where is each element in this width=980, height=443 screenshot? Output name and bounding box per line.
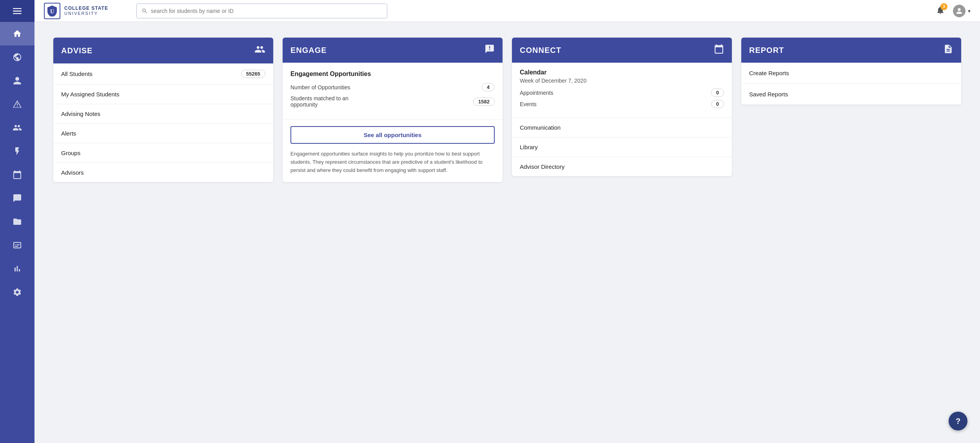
svg-rect-0	[13, 8, 22, 9]
hamburger-menu[interactable]	[0, 0, 34, 22]
calendar-icon[interactable]	[0, 163, 34, 186]
matched-label: Students matched to an opportunity	[290, 95, 369, 108]
see-all-opportunities-button[interactable]: See all opportunities	[290, 126, 495, 144]
id-card-icon[interactable]	[0, 233, 34, 257]
chart-icon[interactable]	[0, 257, 34, 280]
notification-button[interactable]: 3	[936, 5, 945, 16]
appointments-value: 0	[711, 89, 724, 97]
svg-text:U: U	[50, 9, 54, 14]
connect-title: CONNECT	[520, 46, 561, 55]
advisors-item[interactable]: Advisors	[53, 163, 273, 182]
library-item[interactable]: Library	[512, 137, 732, 157]
matched-row: Students matched to an opportunity 1582	[290, 95, 495, 108]
engage-opportunities-section: Engagement Opportunities Number of Oppor…	[283, 63, 503, 120]
svg-rect-1	[13, 11, 22, 11]
search-icon	[142, 8, 148, 14]
all-students-item[interactable]: All Students 55265	[53, 63, 273, 85]
engage-title: ENGAGE	[290, 46, 327, 55]
report-card-body: Create Reports Saved Reports	[741, 63, 961, 105]
opportunities-row: Number of Opportunities 4	[290, 83, 495, 91]
logo-shield: U	[44, 3, 60, 19]
appointments-row: Appointments 0	[520, 89, 724, 97]
events-value: 0	[711, 100, 724, 108]
advise-icon	[254, 44, 265, 57]
svg-rect-2	[13, 13, 22, 14]
connect-icon	[714, 44, 724, 56]
groups-item[interactable]: Groups	[53, 143, 273, 163]
report-card-header: REPORT	[741, 38, 961, 63]
my-assigned-students-label: My Assigned Students	[61, 91, 119, 98]
search-input[interactable]	[151, 8, 382, 14]
logo-area: U COLLEGE STATE UNIVERSITY	[44, 3, 130, 19]
advising-notes-label: Advising Notes	[61, 110, 100, 117]
search-bar[interactable]	[136, 4, 387, 18]
user-chevron: ▾	[968, 8, 971, 14]
engage-section-title: Engagement Opportunities	[290, 71, 495, 78]
alerts-label: Alerts	[61, 130, 76, 137]
advise-card-body: All Students 55265 My Assigned Students …	[53, 63, 273, 182]
sidebar	[0, 0, 34, 443]
engage-card-body: Engagement Opportunities Number of Oppor…	[283, 63, 503, 182]
my-assigned-students-item[interactable]: My Assigned Students	[53, 85, 273, 104]
report-card: REPORT Create Reports Saved Reports	[741, 38, 961, 105]
engage-card: ENGAGE Engagement Opportunities Number o…	[283, 38, 503, 182]
alert-icon[interactable]	[0, 92, 34, 116]
saved-reports-item[interactable]: Saved Reports	[741, 84, 961, 105]
advise-title: ADVISE	[61, 46, 93, 55]
opportunities-value: 4	[482, 83, 495, 91]
connect-card: CONNECT Calendar Week of December 7, 202…	[512, 38, 732, 176]
create-reports-item[interactable]: Create Reports	[741, 63, 961, 84]
notification-badge: 3	[940, 3, 947, 10]
user-check-icon[interactable]	[0, 116, 34, 139]
opportunities-label: Number of Opportunities	[290, 84, 350, 90]
college-name: COLLEGE STATE	[64, 5, 108, 11]
content-area: ADVISE All Students 55265 My Assigned St…	[34, 22, 980, 443]
communication-item[interactable]: Communication	[512, 118, 732, 137]
calendar-section: Calendar Week of December 7, 2020 Appoin…	[512, 63, 732, 118]
topbar-right: 3 ▾	[936, 5, 971, 17]
events-row: Events 0	[520, 100, 724, 108]
advisors-label: Advisors	[61, 169, 84, 176]
all-students-label: All Students	[61, 71, 93, 77]
all-students-badge: 55265	[241, 70, 265, 78]
user-avatar	[953, 5, 965, 17]
user-menu-button[interactable]: ▾	[953, 5, 971, 17]
topbar: U COLLEGE STATE UNIVERSITY 3 ▾	[34, 0, 980, 22]
engage-description: Engagement opportunities surface insight…	[283, 150, 503, 182]
report-icon	[943, 44, 953, 56]
lightning-icon[interactable]	[0, 139, 34, 163]
calendar-subtitle: Week of December 7, 2020	[520, 78, 724, 84]
engage-icon	[485, 44, 495, 56]
calendar-title: Calendar	[520, 69, 724, 76]
connect-card-body: Calendar Week of December 7, 2020 Appoin…	[512, 63, 732, 176]
events-label: Events	[520, 101, 537, 107]
appointments-label: Appointments	[520, 90, 554, 96]
matched-value: 1582	[473, 98, 495, 106]
groups-label: Groups	[61, 150, 80, 156]
report-title: REPORT	[749, 46, 784, 55]
globe-icon[interactable]	[0, 45, 34, 69]
advising-notes-item[interactable]: Advising Notes	[53, 104, 273, 124]
advise-card-header: ADVISE	[53, 38, 273, 63]
engage-card-header: ENGAGE	[283, 38, 503, 63]
help-button[interactable]: ?	[949, 412, 967, 430]
folder-icon[interactable]	[0, 210, 34, 233]
main-wrapper: U COLLEGE STATE UNIVERSITY 3 ▾	[34, 0, 980, 443]
advise-card: ADVISE All Students 55265 My Assigned St…	[53, 38, 273, 182]
home-icon[interactable]	[0, 22, 34, 45]
university-name: UNIVERSITY	[64, 11, 108, 16]
chat-icon[interactable]	[0, 186, 34, 210]
connect-card-header: CONNECT	[512, 38, 732, 63]
settings-icon[interactable]	[0, 280, 34, 304]
logo-text: COLLEGE STATE UNIVERSITY	[64, 5, 108, 16]
alerts-item[interactable]: Alerts	[53, 124, 273, 143]
person-icon[interactable]	[0, 69, 34, 92]
advisor-directory-item[interactable]: Advisor Directory	[512, 157, 732, 176]
